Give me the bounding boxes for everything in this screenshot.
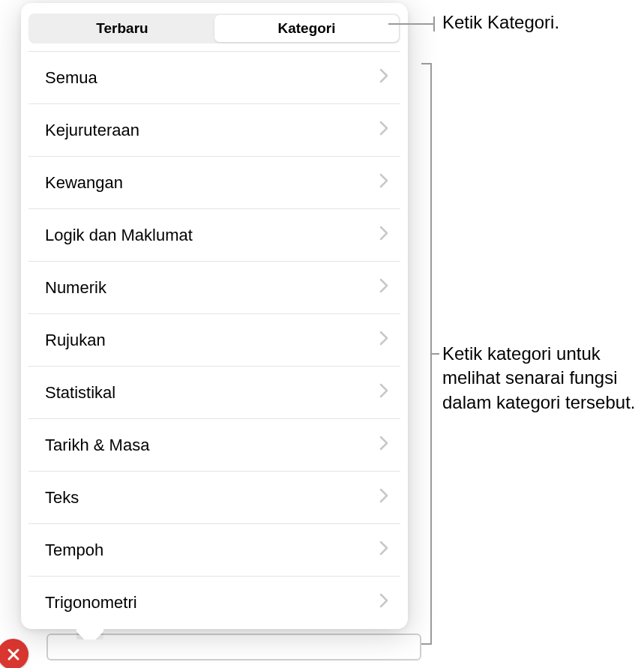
tab-recent-label: Terbaru: [96, 20, 148, 37]
list-item[interactable]: Logik dan Maklumat: [28, 209, 400, 262]
list-item-label: Tarikh & Masa: [45, 436, 149, 455]
list-item-label: Teks: [45, 488, 79, 508]
list-item[interactable]: Tempoh: [28, 524, 400, 577]
list-item[interactable]: Kewangan: [28, 157, 400, 209]
chevron-right-icon: [379, 383, 388, 403]
category-list: Semua Kejuruteraan Kewangan Logik dan Ma…: [28, 51, 400, 629]
list-item-label: Trigonometri: [45, 593, 137, 613]
close-button[interactable]: [0, 639, 28, 668]
tab-recent[interactable]: Terbaru: [30, 15, 214, 42]
chevron-right-icon: [379, 436, 388, 455]
list-item-label: Kejuruteraan: [45, 121, 139, 140]
callout-text: Ketik Kategori.: [442, 12, 637, 33]
tab-category-label: Kategori: [277, 20, 335, 37]
chevron-right-icon: [379, 68, 388, 88]
callout-bracket-tick: [432, 353, 439, 355]
list-item-label: Semua: [45, 68, 97, 88]
list-item[interactable]: Teks: [28, 472, 400, 524]
chevron-right-icon: [379, 121, 388, 140]
list-item[interactable]: Semua: [28, 52, 400, 104]
popover-notch: [76, 626, 103, 640]
list-item[interactable]: Rujukan: [28, 314, 400, 367]
callout-text: Ketik kategori untuk melihat senarai fun…: [442, 342, 640, 415]
callout-bracket: [421, 63, 432, 645]
callout-leader-line: [388, 23, 433, 25]
list-item[interactable]: Tarikh & Masa: [28, 419, 400, 472]
chevron-right-icon: [379, 593, 388, 613]
close-icon: [7, 648, 20, 661]
chevron-right-icon: [379, 278, 388, 298]
chevron-right-icon: [379, 331, 388, 350]
segmented-control: Terbaru Kategori: [28, 13, 400, 43]
chevron-right-icon: [379, 173, 388, 193]
chevron-right-icon: [379, 541, 388, 560]
list-item-label: Tempoh: [45, 541, 103, 560]
chevron-right-icon: [379, 226, 388, 245]
list-item-label: Numerik: [45, 278, 106, 298]
chevron-right-icon: [379, 488, 388, 508]
tab-category[interactable]: Kategori: [214, 15, 399, 42]
functions-popover: Terbaru Kategori Semua Kejuruteraan Kewa…: [21, 3, 408, 629]
callout-leader-endcap: [433, 16, 435, 31]
list-item-label: Logik dan Maklumat: [45, 226, 193, 245]
list-item-label: Kewangan: [45, 173, 123, 193]
list-item[interactable]: Trigonometri: [28, 577, 400, 629]
list-item-label: Rujukan: [45, 331, 106, 350]
list-item-label: Statistikal: [45, 383, 115, 403]
list-item[interactable]: Numerik: [28, 262, 400, 314]
list-item[interactable]: Kejuruteraan: [28, 104, 400, 157]
list-item[interactable]: Statistikal: [28, 367, 400, 419]
